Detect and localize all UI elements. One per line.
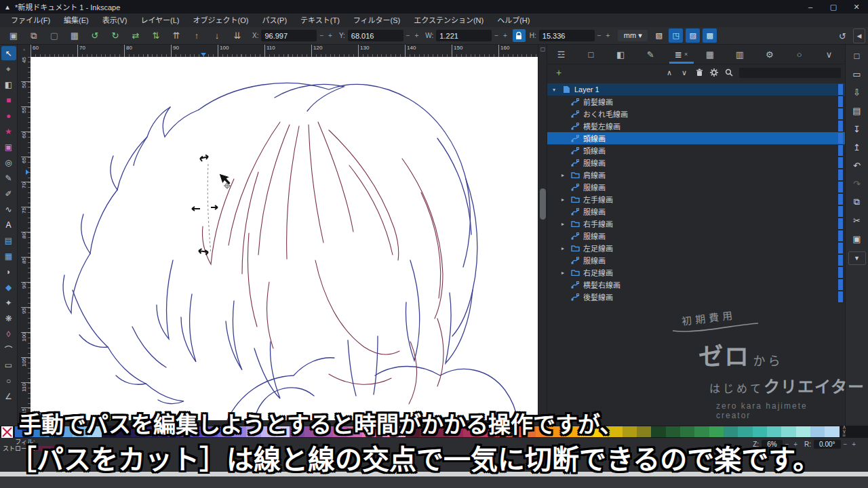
settings-button[interactable] [707,66,722,79]
highlight-color-tag[interactable] [838,108,843,119]
move-up-button[interactable]: ∧ [662,66,677,79]
toolbar-icon[interactable]: ⧉ [26,29,42,43]
palette-swatch[interactable] [738,426,752,437]
menu-item[interactable]: レイヤー(L) [134,14,186,27]
command-icon[interactable]: ↧ [849,121,865,137]
command-icon[interactable]: ▼ [848,251,866,265]
add-layer-button[interactable]: + [551,66,566,79]
menu-item[interactable]: テキスト(T) [294,14,347,27]
lock-aspect-ratio-button[interactable] [513,29,526,42]
tool-button[interactable]: ◗ [1,264,16,279]
search-input[interactable] [739,68,841,78]
tool-button[interactable]: ✦ [1,296,16,310]
palette-swatch[interactable] [680,426,694,437]
panel-tab[interactable]: ▦ [696,45,726,64]
command-icon[interactable]: ↶ [849,157,865,174]
palette-swatch[interactable] [825,426,839,437]
expander-icon[interactable]: ▸ [561,197,570,203]
w-input[interactable]: 1.221 [436,30,492,41]
highlight-color-tag[interactable] [838,157,843,168]
toolbar-icon[interactable]: ⇈ [168,29,184,43]
collapse-toolbar-icon[interactable]: ◀ [853,28,865,43]
layer-row[interactable]: ▾ ▸ 左足線画 [547,242,845,254]
close-tab-icon[interactable]: × [684,51,688,58]
panel-tab[interactable]: ✎ [637,45,667,64]
layer-row[interactable]: ▾ ▸ 服線画 [547,181,845,193]
panel-tab[interactable]: ▥ [726,45,755,64]
w-stepper[interactable]: − + [494,32,508,39]
toolbar-icon[interactable]: ▢ [46,29,62,43]
tool-button[interactable]: ▭ [1,358,16,372]
palette-swatch[interactable] [781,426,795,437]
layer-row[interactable]: ▾ ▸ 頭線画 [547,132,845,144]
palette-swatch[interactable] [810,426,825,437]
layer-row[interactable]: ▾ ▸ 肩線画 [547,169,845,181]
transform-toggle[interactable]: ▨ [686,28,700,43]
toolbar-icon[interactable]: ↺ [87,29,103,43]
vertical-ruler[interactable]: 4550556065707580859095100105110115 [21,57,31,420]
highlight-color-tag[interactable] [838,121,843,131]
toolbar-icon[interactable]: ▣ [5,29,22,43]
highlight-color-tag[interactable] [838,291,843,302]
tool-button[interactable]: ▦ [1,249,16,263]
minimize-button[interactable]: – [799,0,822,14]
menu-item[interactable]: エクステンション(N) [407,14,490,27]
canvas[interactable] [31,57,538,420]
panel-tab[interactable]: ∨ [815,45,845,64]
no-fill-swatch[interactable] [1,426,13,438]
layer-row[interactable]: ▾ ▸ 服線画 [547,254,845,266]
search-button[interactable] [722,66,736,79]
layer-row[interactable]: ▾ ▸ 頭線画 [547,144,845,157]
tool-button[interactable]: ↖ [1,46,16,60]
vertical-scrollbar[interactable]: ▢ [538,45,547,426]
tool-button[interactable]: ◧ [1,77,16,92]
menu-item[interactable]: オブジェクト(O) [186,14,256,27]
maximize-button[interactable]: ▢ [822,0,845,14]
palette-swatch[interactable] [666,426,680,437]
menu-item[interactable]: 編集(E) [57,14,96,27]
palette-swatch[interactable] [796,426,810,437]
highlight-color-tag[interactable] [838,279,843,290]
toolbar-icon[interactable]: ⇊ [229,29,245,43]
scrollbar-thumb[interactable] [540,188,546,220]
expander-icon[interactable]: ▸ [561,172,570,178]
expander-icon[interactable]: ▾ [553,87,561,93]
transform-toggle[interactable]: ◳ [669,28,683,43]
highlight-color-tag[interactable] [838,182,843,192]
highlight-color-tag[interactable] [838,84,843,95]
tool-button[interactable]: ∿ [1,202,16,216]
panel-tab[interactable]: ≣ × [667,45,696,64]
palette-swatch[interactable] [623,426,637,437]
unit-dropdown[interactable]: mm ▾ [618,30,648,41]
toolbar-icon[interactable]: ▦ [66,29,83,43]
tool-button[interactable]: ★ [1,124,16,138]
tool-button[interactable]: ∠ [1,389,16,403]
h-input[interactable]: 15.336 [539,30,595,41]
toolbar-icon[interactable]: ↓ [209,29,225,43]
tool-button[interactable]: ⌖ [1,62,16,76]
command-icon[interactable]: ▤ [849,102,865,119]
expander-icon[interactable]: ▸ [561,221,570,227]
expander-icon[interactable]: ▸ [561,245,570,251]
layer-row[interactable]: ▾ ▸ 右手線画 [547,218,845,230]
panel-tab[interactable]: ⚙ [755,45,785,64]
x-stepper[interactable]: − + [319,32,333,39]
highlight-color-tag[interactable] [838,218,843,229]
tool-button[interactable]: ◆ [1,280,16,294]
highlight-color-tag[interactable] [838,243,843,253]
tool-button[interactable]: ○ [1,373,16,388]
menu-item[interactable]: ファイル(F) [4,14,57,27]
h-stepper[interactable]: − + [597,32,611,39]
ruler-corner[interactable]: ° [18,45,31,57]
horizontal-ruler[interactable]: 60708090100110120130140150160 [31,45,538,57]
tool-button[interactable]: ⌒ [1,342,16,357]
layer-row[interactable]: ▾ ▸ 右足線画 [547,266,845,279]
tool-button[interactable]: ◊ [1,327,16,341]
highlight-color-tag[interactable] [838,206,843,217]
highlight-color-tag[interactable] [838,96,843,107]
reset-values-icon[interactable]: ↺ [839,31,846,41]
y-stepper[interactable]: − + [406,32,420,39]
layer-row[interactable]: ▾ ▸ 前髪線画 [547,96,845,108]
palette-swatch[interactable] [753,426,767,437]
toolbar-icon[interactable]: ↑ [189,29,205,43]
